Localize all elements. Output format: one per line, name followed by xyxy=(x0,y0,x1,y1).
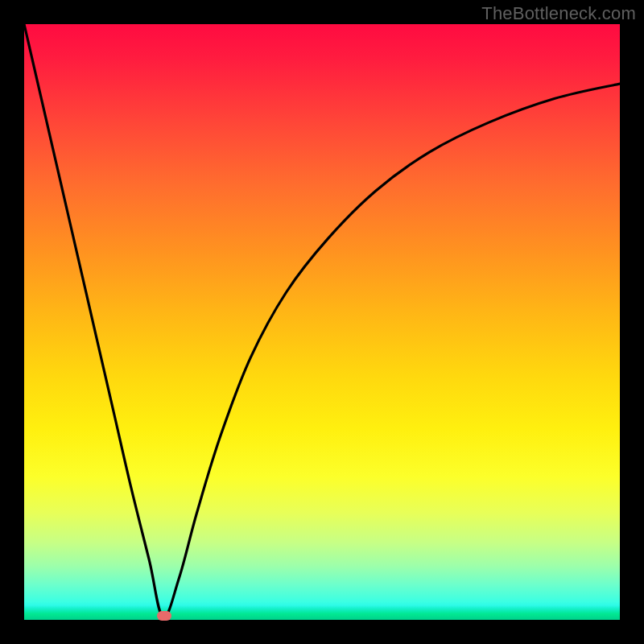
watermark-text: TheBottleneck.com xyxy=(481,3,636,24)
bottleneck-curve-path xyxy=(24,24,620,617)
chart-plot-area xyxy=(24,24,620,620)
gradient-bottom-strip xyxy=(24,605,620,620)
optimum-marker xyxy=(157,611,171,621)
bottleneck-curve-svg xyxy=(24,24,620,620)
